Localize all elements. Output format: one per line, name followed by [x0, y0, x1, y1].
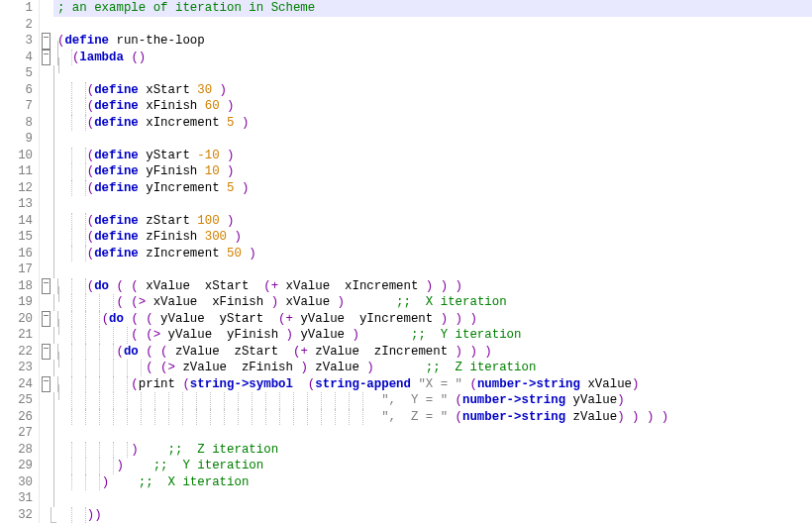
token-num: 60: [205, 99, 220, 113]
code-line[interactable]: (define zIncrement 50 ): [53, 246, 812, 262]
line-number: 26: [0, 409, 33, 426]
token-kw: define: [94, 214, 139, 228]
code-line[interactable]: (define zStart 100 ): [53, 213, 812, 230]
code-line[interactable]: ", Y = " (number->string yValue): [53, 392, 812, 409]
line-number: 19: [0, 294, 33, 311]
token-p: (: [117, 345, 124, 359]
code-line[interactable]: (do ( ( zValue zStart (+ zValue zIncreme…: [53, 344, 812, 361]
token-num: 300: [205, 230, 227, 244]
token-str: ", Z = ": [381, 410, 448, 424]
token-p: ) ) ): [441, 312, 477, 326]
fold-cell: [40, 148, 53, 164]
code-line[interactable]: (define run-the-loop: [53, 33, 812, 50]
code-line[interactable]: ) ;; X iteration: [53, 474, 812, 491]
line-number: 9: [0, 131, 33, 148]
code-line[interactable]: ; an example of iteration in Scheme: [53, 0, 812, 17]
token-kw: do: [109, 312, 124, 326]
fold-toggle-icon[interactable]: [42, 344, 51, 361]
code-line[interactable]: ( (> xValue xFinish ) xValue ) ;; X iter…: [53, 294, 812, 311]
token-p: ): [271, 295, 278, 309]
code-line[interactable]: (define xIncrement 5 ): [53, 115, 812, 132]
line-number: 18: [0, 278, 33, 295]
token-kw: do: [124, 345, 139, 359]
token-kw: number->string: [477, 377, 580, 391]
code-line[interactable]: ) ;; Z iteration: [53, 442, 812, 459]
line-number: 14: [0, 213, 33, 230]
code-line[interactable]: (do ( ( xValue xStart (+ xValue xIncreme…: [53, 278, 812, 295]
fold-toggle-icon[interactable]: [42, 50, 51, 66]
code-line[interactable]: [53, 196, 812, 213]
token-sym: xValue: [580, 377, 632, 391]
code-line[interactable]: )): [53, 507, 812, 524]
token-kw: define: [94, 99, 139, 113]
fold-toggle-icon[interactable]: [42, 33, 51, 50]
token-p: ): [338, 295, 397, 309]
line-number: 4: [0, 50, 33, 66]
code-line[interactable]: [53, 490, 812, 507]
token-sym: xValue: [278, 295, 338, 309]
code-line[interactable]: [53, 262, 812, 278]
code-line[interactable]: [53, 425, 812, 442]
code-line[interactable]: (define zFinish 300 ): [53, 229, 812, 246]
code-line[interactable]: (define yIncrement 5 ): [53, 180, 812, 197]
line-number: 6: [0, 82, 33, 99]
token-p: ): [234, 181, 249, 195]
code-line[interactable]: [53, 65, 812, 82]
code-line[interactable]: (define yStart -10 ): [53, 148, 812, 164]
token-p: ): [352, 328, 411, 342]
token-sym: [448, 410, 455, 424]
token-p: ): [300, 361, 307, 374]
fold-cell: [40, 490, 53, 507]
token-cmt: ;; X iteration: [396, 295, 507, 309]
token-p: (: [456, 393, 462, 407]
token-sym: [109, 279, 116, 293]
fold-cell: [40, 507, 53, 524]
code-area[interactable]: ; an example of iteration in Scheme(defi…: [53, 0, 812, 523]
fold-cell: [40, 213, 53, 230]
code-line[interactable]: ( (> zValue zFinish ) zValue ) ;; Z iter…: [53, 360, 812, 376]
token-p: ) ) ): [426, 279, 462, 293]
fold-cell: [40, 115, 53, 132]
token-p: ): [242, 247, 256, 261]
fold-cell: [40, 425, 53, 442]
token-p: ( (>: [131, 328, 160, 342]
code-line[interactable]: (define xStart 30 ): [53, 82, 812, 99]
token-sym: yFinish: [139, 164, 205, 178]
token-sym: yValue yFinish: [160, 328, 285, 342]
code-line[interactable]: (define yFinish 10 ): [53, 163, 812, 180]
fold-cell: [40, 262, 53, 278]
token-sym: xIncrement: [139, 116, 227, 130]
token-p: ): [617, 393, 624, 407]
fold-cell: [40, 17, 53, 34]
code-line[interactable]: (do ( ( yValue yStart (+ yValue yIncreme…: [53, 311, 812, 328]
code-line[interactable]: (lambda (): [53, 50, 812, 66]
token-sym: zIncrement: [139, 247, 227, 261]
fold-toggle-icon[interactable]: [42, 278, 51, 295]
code-line[interactable]: ", Z = " (number->string zValue) ) ) ): [53, 409, 812, 426]
token-sym: yValue yStart: [153, 312, 278, 326]
fold-cell: [40, 409, 53, 426]
code-line[interactable]: (print (string->symbol (string-append "X…: [53, 376, 812, 393]
code-line[interactable]: ) ;; Y iteration: [53, 458, 812, 474]
token-num: -10: [197, 149, 219, 162]
fold-toggle-icon[interactable]: [42, 376, 51, 393]
code-line[interactable]: [53, 17, 812, 34]
token-p: ( (: [131, 312, 152, 326]
token-p: (: [456, 410, 462, 424]
code-line[interactable]: ( (> yValue yFinish ) yValue ) ;; Y iter…: [53, 327, 812, 344]
fold-toggle-icon[interactable]: [42, 311, 51, 328]
token-num: 50: [227, 247, 242, 261]
token-cmt: ;; Y iteration: [411, 328, 522, 342]
token-sym: zValue: [308, 361, 367, 374]
token-p: ): [220, 99, 235, 113]
line-number: 13: [0, 196, 33, 213]
token-kw: define: [94, 83, 139, 97]
token-sym: xFinish: [139, 99, 205, 113]
fold-cell: [40, 442, 53, 459]
code-line[interactable]: (define xFinish 60 ): [53, 98, 812, 115]
token-p: ( (: [117, 279, 139, 293]
token-p: (: [469, 377, 476, 391]
token-sym: zValue zStart: [168, 345, 293, 359]
code-line[interactable]: [53, 131, 812, 148]
line-number: 5: [0, 65, 33, 82]
